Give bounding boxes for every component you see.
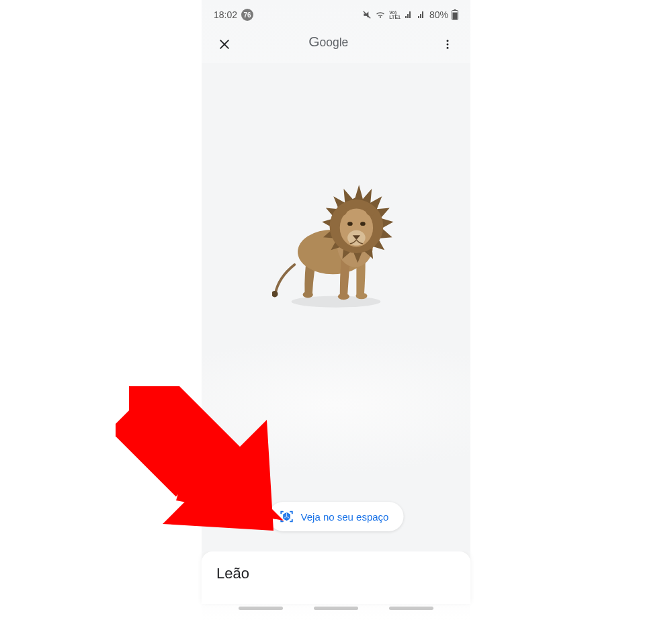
info-sheet[interactable]: Leão: [202, 551, 470, 604]
signal-icon-2: [417, 11, 426, 19]
svg-point-15: [347, 222, 353, 226]
volte-indicator: Vo)LTE1: [389, 10, 401, 19]
more-options-button[interactable]: [437, 34, 458, 55]
view-in-your-space-button[interactable]: Veja no seu espaço: [269, 502, 404, 531]
svg-point-20: [355, 293, 367, 300]
svg-point-9: [272, 291, 278, 298]
ar-cube-icon: [280, 509, 294, 524]
ar-viewer[interactable]: Veja no seu espaço: [202, 63, 470, 551]
nav-back-button[interactable]: [389, 607, 433, 610]
status-left: 18:02 76: [214, 9, 253, 21]
signal-icon: [404, 11, 413, 19]
svg-point-8: [292, 296, 381, 307]
svg-point-17: [338, 206, 347, 215]
phone-screen: 18:02 76 Vo)LTE1 80%: [202, 0, 470, 620]
svg-point-16: [360, 222, 366, 226]
close-button[interactable]: [214, 34, 235, 55]
app-bar: G oogle: [202, 26, 470, 63]
clock: 18:02: [214, 9, 237, 20]
svg-rect-2: [453, 13, 458, 19]
wifi-icon: [375, 10, 386, 19]
ar-button-label: Veja no seu espaço: [301, 511, 389, 523]
subject-title: Leão: [216, 565, 456, 582]
status-bar: 18:02 76 Vo)LTE1 80%: [202, 4, 470, 26]
svg-point-21: [303, 292, 313, 298]
svg-point-18: [366, 206, 375, 215]
svg-point-6: [447, 44, 449, 46]
mute-icon: [362, 10, 372, 19]
svg-rect-22: [116, 397, 209, 496]
page-title: G oogle: [308, 33, 364, 56]
svg-point-7: [447, 47, 449, 49]
battery-icon: [452, 9, 458, 20]
svg-text:oogle: oogle: [320, 36, 349, 49]
nav-home-button[interactable]: [314, 607, 358, 610]
battery-percent: 80%: [429, 9, 448, 20]
svg-text:G: G: [308, 34, 319, 49]
lion-3d-model: [272, 169, 400, 309]
notification-count-badge: 76: [241, 9, 253, 21]
svg-point-19: [338, 293, 349, 300]
android-navbar: [202, 604, 470, 620]
svg-point-5: [447, 40, 449, 42]
nav-recents-button[interactable]: [239, 607, 283, 610]
status-right: Vo)LTE1 80%: [362, 9, 458, 20]
